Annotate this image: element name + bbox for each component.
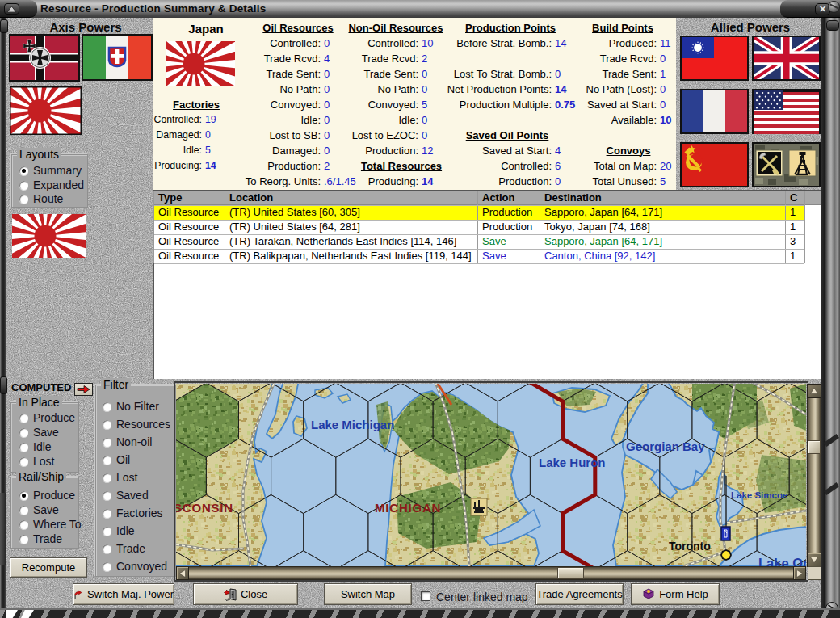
svg-text:Lake Michigan: Lake Michigan [311, 418, 394, 431]
svg-text:Georgian Bay: Georgian Bay [626, 439, 705, 453]
svg-text:MICHIGAN: MICHIGAN [375, 501, 441, 515]
svg-text:SCONSIN: SCONSIN [176, 501, 233, 515]
svg-text:Lake Simcoe: Lake Simcoe [731, 490, 788, 500]
svg-text:Lake Huron: Lake Huron [539, 456, 606, 469]
svg-text:Lake On: Lake On [758, 556, 806, 566]
svg-text:Toronto: Toronto [669, 540, 711, 553]
